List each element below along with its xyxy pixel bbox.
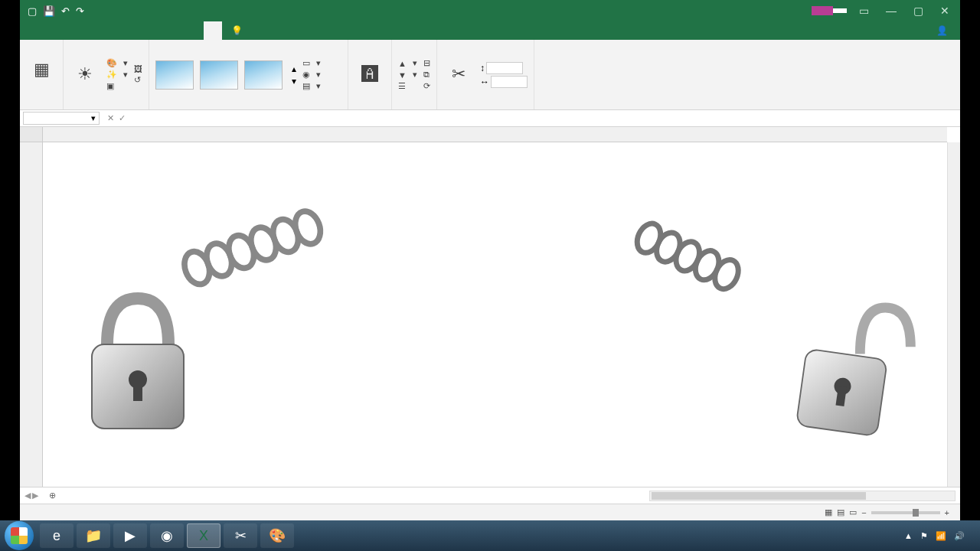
alt-text-button[interactable]: 🅰: [354, 60, 385, 90]
taskbar-chrome-icon[interactable]: ◉: [150, 523, 184, 548]
change-picture-button[interactable]: 🖼: [134, 64, 142, 73]
tab-file[interactable]: [20, 21, 38, 40]
group-size: ✂ ↕ ↔: [437, 40, 534, 109]
redo-icon[interactable]: ↷: [76, 5, 84, 17]
tab-page-layout[interactable]: [75, 21, 93, 40]
taskbar-media-icon[interactable]: ▶: [113, 523, 147, 548]
glow-icon: ◉: [302, 70, 310, 80]
horizontal-scrollbar[interactable]: [62, 491, 960, 501]
undo-icon[interactable]: ↶: [61, 5, 70, 17]
tray-volume-icon[interactable]: 🔊: [954, 531, 965, 541]
lightbulb-icon: 💡: [231, 25, 243, 36]
ribbon-options-icon[interactable]: ▭: [854, 5, 874, 17]
height-input[interactable]: ↕: [480, 62, 528, 74]
taskbar-ie-icon[interactable]: e: [40, 523, 74, 548]
cancel-formula-icon[interactable]: ✕: [107, 113, 114, 123]
taskbar-explorer-icon[interactable]: 📁: [77, 523, 110, 548]
signin-button[interactable]: [833, 8, 847, 13]
reset-picture-button[interactable]: ↺: [134, 75, 142, 85]
windows-taskbar: e 📁 ▶ ◉ X ✂ 🎨 ▲ ⚑ 📶 🔊: [0, 520, 980, 551]
column-headers: [20, 127, 947, 142]
corrections-button[interactable]: ☀: [70, 60, 100, 90]
width-input[interactable]: ↔: [480, 76, 528, 88]
tab-format[interactable]: [204, 21, 222, 40]
compress-icon: ▣: [106, 81, 114, 91]
share-button[interactable]: 👤: [927, 21, 960, 40]
view-layout-icon[interactable]: ▤: [837, 507, 844, 517]
tray-up-icon[interactable]: ▲: [904, 531, 913, 540]
align-button[interactable]: ⊟: [423, 58, 430, 68]
color-button[interactable]: 🎨 ▾: [106, 58, 128, 68]
tab-formulas[interactable]: [93, 21, 112, 40]
tab-insert[interactable]: [57, 21, 75, 40]
taskbar-snip-icon[interactable]: ✂: [224, 523, 257, 548]
tell-me-search[interactable]: 💡: [222, 21, 927, 40]
size-group-label: [443, 106, 528, 108]
name-box[interactable]: ▾: [23, 112, 100, 125]
tab-view[interactable]: [149, 21, 167, 40]
reset-icon: ↺: [134, 75, 141, 85]
formula-bar: ▾ ✕ ✓: [20, 110, 960, 127]
compress-button[interactable]: ▣: [106, 81, 128, 91]
crop-icon: ✂: [446, 62, 471, 86]
picture-effects-button[interactable]: ◉ ▾: [302, 70, 321, 80]
view-normal-icon[interactable]: ▦: [825, 507, 832, 517]
tab-review[interactable]: [130, 21, 149, 40]
view-break-icon[interactable]: ▭: [849, 507, 857, 517]
close-icon[interactable]: ✕: [936, 5, 954, 17]
start-button[interactable]: [5, 521, 34, 550]
send-backward-button[interactable]: ▼ ▾: [398, 70, 417, 80]
zoom-in-button[interactable]: +: [945, 508, 949, 517]
tab-home[interactable]: [38, 21, 57, 40]
remove-background-button[interactable]: ▦: [26, 56, 57, 85]
selection-pane-button[interactable]: ☰: [398, 81, 417, 91]
maximize-icon[interactable]: ▢: [909, 5, 928, 17]
rotate-button[interactable]: ⟳: [423, 81, 430, 91]
color-icon: 🎨: [106, 58, 117, 68]
namebox-dropdown-icon[interactable]: ▾: [91, 113, 96, 123]
tab-data[interactable]: [112, 21, 130, 40]
share-icon: 👤: [936, 25, 948, 36]
styles-more-up[interactable]: ▴: [292, 64, 296, 74]
titlebar: ▢ 💾 ↶ ↷ ▭ — ▢ ✕: [20, 0, 960, 21]
cells-grid[interactable]: [43, 142, 947, 487]
status-bar: ▦ ▤ ▭ − +: [20, 504, 960, 520]
picture-style-2[interactable]: [200, 60, 238, 90]
minimize-icon[interactable]: —: [881, 5, 901, 17]
picture-layout-button[interactable]: ▤ ▾: [302, 81, 321, 91]
picture-style-1[interactable]: [155, 60, 194, 90]
picture-style-3[interactable]: [244, 60, 283, 90]
row-headers: [20, 142, 43, 487]
picture-border-button[interactable]: ▭ ▾: [302, 58, 321, 68]
crop-button[interactable]: ✂: [443, 60, 474, 90]
align-icon: ⊟: [423, 58, 430, 68]
tab-nav-next[interactable]: ▶: [32, 491, 38, 500]
styles-more-down[interactable]: ▾: [292, 76, 296, 86]
group-button[interactable]: ⧉: [423, 70, 430, 80]
zoom-out-button[interactable]: −: [861, 508, 866, 517]
artistic-effects-button[interactable]: ✨ ▾: [106, 70, 128, 80]
new-sheet-button[interactable]: ⊕: [43, 491, 62, 500]
tab-nav-prev[interactable]: ◀: [24, 491, 31, 500]
vertical-scrollbar[interactable]: [947, 142, 960, 487]
taskbar-excel-icon[interactable]: X: [187, 523, 220, 548]
taskbar-paint-icon[interactable]: 🎨: [260, 523, 294, 548]
layout-icon: ▤: [302, 81, 310, 91]
tray-network-icon[interactable]: 📶: [936, 531, 946, 541]
brightness-icon: ☀: [73, 62, 97, 86]
formula-input[interactable]: [135, 113, 960, 124]
tab-developer[interactable]: [167, 21, 185, 40]
acc-group-label: [354, 106, 385, 108]
enter-formula-icon[interactable]: ✓: [119, 113, 126, 123]
bring-forward-button[interactable]: ▲ ▾: [398, 58, 417, 68]
zoom-slider[interactable]: [871, 511, 940, 514]
group-background: ▦: [20, 40, 64, 109]
autosave-icon[interactable]: ▢: [28, 5, 37, 17]
selection-icon: ☰: [398, 81, 406, 91]
group-adjust: ☀ 🎨 ▾ ✨ ▾ ▣ 🖼 ↺: [64, 40, 149, 109]
save-icon[interactable]: 💾: [43, 5, 55, 17]
bring-fwd-icon: ▲: [398, 59, 407, 68]
tab-help[interactable]: [185, 21, 204, 40]
select-all-triangle[interactable]: [20, 127, 43, 142]
tray-flag-icon[interactable]: ⚑: [920, 531, 928, 541]
